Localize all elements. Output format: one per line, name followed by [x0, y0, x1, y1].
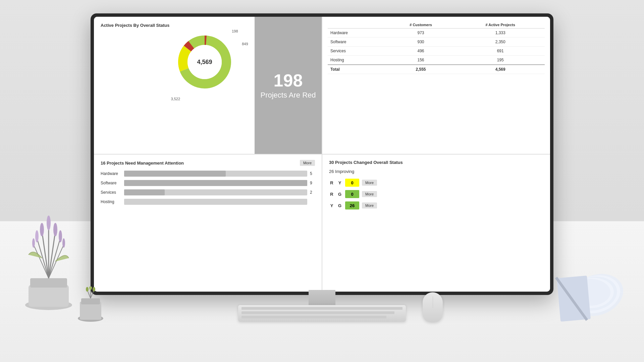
bar-label: Services: [101, 190, 124, 195]
svg-point-15: [47, 216, 51, 230]
monitor-screen: Active Projects By Overall Status 198 84…: [94, 17, 550, 292]
row-projects: 691: [456, 47, 545, 56]
bar-label: Hardware: [101, 171, 124, 176]
status-rows-container: R Y 0 More R G 0 More Y G 26 More: [329, 179, 543, 209]
status-more-button[interactable]: More: [362, 191, 377, 197]
row-label: Hardware: [328, 28, 386, 38]
status-to: G: [337, 192, 342, 197]
bar-fill: [124, 171, 226, 177]
table-row: Hosting 156 195: [328, 56, 545, 65]
row-projects: 195: [456, 56, 545, 65]
donut-chart: 4,569: [174, 32, 235, 92]
svg-point-17: [35, 230, 39, 242]
status-row: R Y 0 More: [329, 179, 543, 187]
row-customers: 973: [386, 28, 456, 38]
status-count-badge: 0: [345, 190, 359, 198]
svg-rect-35: [557, 276, 591, 321]
svg-point-27: [86, 287, 89, 292]
label-3522: 3,522: [171, 97, 180, 101]
svg-point-28: [89, 287, 92, 290]
svg-point-18: [59, 230, 62, 242]
donut-center-text: 4,569: [197, 59, 212, 65]
dashboard: Active Projects By Overall Status 198 84…: [94, 17, 550, 292]
status-count-badge: 0: [345, 179, 359, 187]
small-pot: [74, 287, 107, 323]
keyboard: [238, 305, 406, 322]
table-row: Services 496 691: [328, 47, 545, 56]
svg-point-14: [40, 223, 44, 236]
svg-rect-22: [80, 302, 101, 320]
label-198: 198: [232, 29, 238, 33]
col-projects: # Active Projects: [456, 21, 545, 28]
status-to: Y: [337, 180, 342, 185]
red-subtitle: Projects Are Red: [260, 90, 316, 100]
bar-row: Hosting: [101, 199, 315, 205]
improving-label: 26 Improving: [329, 169, 543, 174]
row-label: Software: [328, 38, 386, 47]
stats-table: # Customers # Active Projects Hardware 9…: [328, 21, 545, 74]
panel4-title: 30 Projects Changed Overall Status: [329, 160, 543, 165]
bar-value: 5: [310, 171, 315, 176]
row-customers: 496: [386, 47, 456, 56]
svg-rect-6: [30, 278, 67, 288]
panel-active-projects: Active Projects By Overall Status 198 84…: [94, 17, 322, 154]
row-label: Services: [328, 47, 386, 56]
row-customers: 156: [386, 56, 456, 65]
svg-rect-5: [29, 285, 69, 307]
status-to: G: [337, 203, 342, 208]
status-from: R: [329, 180, 334, 185]
panel3-more-button[interactable]: More: [300, 160, 315, 166]
status-from: Y: [329, 203, 334, 208]
svg-point-16: [53, 223, 57, 236]
status-row: Y G 26 More: [329, 201, 543, 209]
bar-fill: [124, 189, 165, 195]
bar-value: 2: [310, 190, 315, 195]
total-customers: 2,555: [386, 65, 456, 74]
row-label: Hosting: [328, 56, 386, 65]
table-row: Hardware 973 1,333: [328, 28, 545, 38]
total-label: Total: [328, 65, 386, 74]
book-decoration: [530, 268, 624, 322]
status-row: R G 0 More: [329, 190, 543, 198]
bar-fill: [124, 180, 307, 186]
status-more-button[interactable]: More: [362, 202, 377, 208]
row-projects: 1,333: [456, 28, 545, 38]
row-projects: 2,350: [456, 38, 545, 47]
bar-row: Hardware 5: [101, 171, 315, 177]
bar-label: Hosting: [101, 199, 124, 204]
bar-track: [124, 189, 307, 195]
bar-track: [124, 199, 307, 205]
monitor: Active Projects By Overall Status 198 84…: [91, 13, 553, 295]
svg-point-19: [32, 238, 35, 248]
bar-value: 9: [310, 181, 315, 185]
red-count: 198: [274, 70, 303, 90]
row-customers: 930: [386, 38, 456, 47]
bar-track: [124, 171, 307, 177]
bars-container: Hardware 5 Software 9 Services 2 Hosting: [101, 171, 315, 205]
bar-row: Services 2: [101, 189, 315, 195]
status-from: R: [329, 192, 334, 197]
table-row: Software 930 2,350: [328, 38, 545, 47]
bar-label: Software: [101, 181, 124, 185]
mouse: [423, 292, 443, 322]
bar-row: Software 9: [101, 180, 315, 186]
svg-point-20: [62, 238, 65, 248]
col-customers: # Customers: [386, 21, 456, 28]
label-849: 849: [242, 42, 248, 46]
panel3-header: 16 Projects Need Management Attention Mo…: [101, 160, 315, 166]
bar-track: [124, 180, 307, 186]
total-projects: 4,569: [456, 65, 545, 74]
panel-changed-status: 30 Projects Changed Overall Status 26 Im…: [322, 155, 550, 292]
svg-point-29: [93, 287, 95, 292]
status-more-button[interactable]: More: [362, 180, 377, 186]
panel-management: 16 Projects Need Management Attention Mo…: [94, 155, 322, 292]
panel3-title: 16 Projects Need Management Attention: [101, 161, 184, 166]
red-highlight-box: 198 Projects Are Red: [255, 17, 322, 154]
svg-rect-23: [81, 298, 100, 304]
svg-line-10: [37, 238, 49, 278]
panel-stats-table: # Customers # Active Projects Hardware 9…: [322, 17, 550, 154]
status-count-badge: 26: [345, 201, 359, 209]
